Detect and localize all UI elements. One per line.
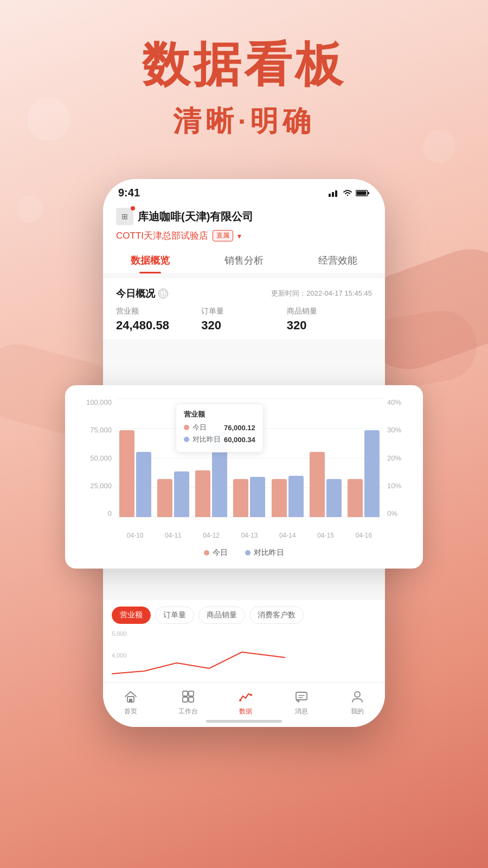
y-right-2: 20%: [387, 454, 401, 462]
bar-today-3: [233, 479, 248, 517]
metrics-row: 营业额 24,480.58 订单量 320 商品销量 320: [116, 307, 372, 333]
bar-yesterday-1: [174, 471, 189, 517]
chart-icon: [237, 688, 254, 705]
x-label-2: 04-12: [203, 532, 220, 539]
bar-today-4: [272, 479, 287, 517]
svg-rect-14: [296, 692, 307, 700]
status-icons: [329, 189, 370, 197]
notification-dot: [131, 206, 135, 210]
svg-rect-9: [189, 691, 194, 696]
phone-notch: [201, 179, 287, 199]
main-tabs: 数据概览 销售分析 经营效能: [103, 247, 385, 274]
nav-workspace[interactable]: 工作台: [178, 688, 198, 716]
sub-tabs: 营业额 订单量 商品销量 消费客户数: [103, 600, 385, 630]
bar-yesterday-4: [288, 476, 304, 517]
bar-group-3: [233, 477, 265, 517]
chart-x-labels: 04-1004-1104-1204-1304-1404-1504-16: [116, 532, 383, 539]
chart-card: 100,000 75,000 50,000 25,000 0 40% 30% 2…: [65, 385, 423, 569]
nav-profile[interactable]: 我的: [349, 688, 365, 716]
tab-overview[interactable]: 数据概览: [103, 247, 197, 273]
y-right-4: 0%: [387, 509, 397, 518]
company-icon: ⊞: [116, 208, 133, 225]
nav-workspace-label: 工作台: [178, 707, 198, 716]
chart-y-labels-left: 100,000 75,000 50,000 25,000 0: [78, 398, 116, 518]
overview-title-row: 今日概况 ⓘ: [116, 287, 168, 300]
bar-today-0: [119, 430, 134, 517]
bar-today-2: [195, 470, 210, 517]
store-row[interactable]: COTTI天津总部试验店 直属 ▾: [116, 229, 372, 247]
svg-rect-1: [332, 192, 334, 197]
store-name: COTTI天津总部试验店: [116, 229, 208, 242]
home-icon: [123, 688, 139, 705]
bar-yesterday-0: [136, 452, 151, 517]
legend-yesterday-label: 对比昨日: [254, 548, 284, 558]
mini-y-label-1: 5,000: [112, 630, 127, 637]
store-badge: 直属: [213, 230, 233, 241]
sub-tab-products[interactable]: 商品销量: [198, 607, 245, 624]
nav-message[interactable]: 消息: [293, 688, 310, 716]
nav-data[interactable]: 数据: [237, 688, 254, 716]
legend-today: 今日: [204, 548, 228, 558]
chart-legend: 今日 对比昨日: [78, 548, 410, 558]
overview-title: 今日概况: [116, 287, 155, 300]
chart-area: 100,000 75,000 50,000 25,000 0 40% 30% 2…: [78, 398, 410, 539]
y-right-1: 30%: [387, 426, 401, 434]
svg-rect-2: [335, 190, 337, 197]
sub-tab-revenue[interactable]: 营业额: [112, 607, 151, 624]
tooltip-today-value: 76,000.12: [224, 424, 255, 432]
phone-bottom-section: 营业额 订单量 商品销量 消费客户数 5,000 4,000: [103, 600, 385, 685]
svg-point-12: [239, 699, 241, 701]
mini-chart-svg: [112, 641, 385, 685]
battery-icon: [356, 189, 370, 197]
app-header: ⊞ 库迪咖啡(天津)有限公司 COTTI天津总部试验店 直属 ▾: [103, 203, 385, 247]
metric-products: 商品销量 320: [287, 307, 372, 333]
svg-rect-11: [189, 697, 194, 702]
hero-subtitle: 清晰·明确: [0, 103, 488, 141]
dropdown-arrow-icon[interactable]: ▾: [237, 232, 241, 240]
nav-home[interactable]: 首页: [123, 688, 139, 716]
sub-tab-orders[interactable]: 订单量: [155, 607, 194, 624]
legend-today-dot: [204, 550, 209, 556]
y-label-2: 50,000: [90, 454, 112, 462]
legend-yesterday: 对比昨日: [245, 548, 284, 558]
bar-yesterday-6: [364, 430, 380, 517]
x-label-6: 04-16: [355, 532, 372, 539]
x-label-3: 04-13: [241, 532, 258, 539]
grid-icon: [180, 688, 196, 705]
chart-tooltip: 营业额 今日 76,000.12 对比昨日 60,000.34: [176, 404, 264, 452]
svg-rect-8: [183, 691, 188, 696]
tooltip-today-dot: [184, 425, 189, 430]
svg-rect-5: [357, 191, 367, 195]
tooltip-yesterday-dot: [184, 437, 189, 442]
legend-yesterday-dot: [245, 550, 251, 556]
bar-today-5: [310, 452, 325, 517]
svg-point-17: [355, 692, 360, 697]
deco-circle-2: [16, 195, 43, 222]
message-icon: [293, 688, 310, 705]
signal-icon: [329, 189, 339, 197]
legend-today-label: 今日: [213, 548, 228, 558]
tooltip-title: 营业额: [184, 410, 255, 419]
svg-rect-0: [329, 194, 331, 197]
bar-group-5: [310, 452, 342, 517]
status-time: 9:41: [118, 187, 140, 199]
info-icon[interactable]: ⓘ: [158, 289, 168, 298]
metric-revenue: 营业额 24,480.58: [116, 307, 201, 333]
wifi-icon: [343, 189, 352, 197]
tab-operation[interactable]: 经营效能: [291, 247, 385, 273]
company-row: ⊞ 库迪咖啡(天津)有限公司: [116, 208, 372, 225]
sub-tab-customers[interactable]: 消费客户数: [249, 607, 304, 624]
nav-message-label: 消息: [295, 707, 308, 716]
nav-home-label: 首页: [124, 707, 137, 716]
nav-profile-label: 我的: [351, 707, 364, 716]
x-label-5: 04-15: [317, 532, 334, 539]
svg-rect-10: [183, 697, 188, 702]
bar-yesterday-5: [326, 479, 342, 517]
mini-chart: 5,000 4,000: [103, 630, 385, 685]
y-label-0: 100,000: [86, 398, 112, 406]
tab-sales[interactable]: 销售分析: [197, 247, 291, 273]
metric-orders: 订单量 320: [201, 307, 286, 333]
bar-group-1: [157, 471, 189, 517]
x-label-4: 04-14: [279, 532, 296, 539]
svg-rect-7: [129, 699, 132, 702]
